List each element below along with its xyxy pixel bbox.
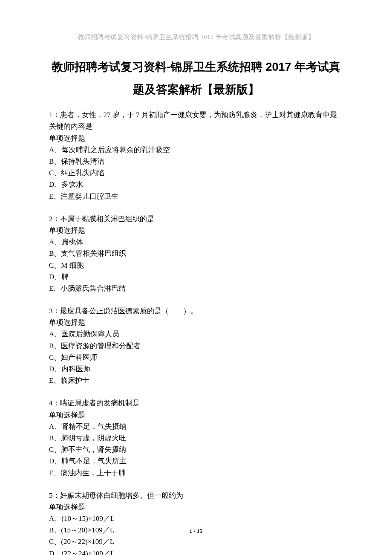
question-stem: 2：不属于黏膜相关淋巴组织的是: [49, 213, 343, 225]
option: C、肺不主气，肾失摄纳: [49, 444, 343, 455]
option: E、痰浊内生，上干于肺: [49, 467, 343, 479]
document-title: 教师招聘考试复习资料-锦屏卫生系统招聘 2017 年考试真 题及答案解析【最新版…: [49, 56, 343, 101]
option: D、脾: [49, 271, 343, 283]
option: B、支气管相关淋巴组织: [49, 248, 343, 259]
option: D、肺气不足，气失所主: [49, 455, 343, 467]
option: E、临床护士: [49, 375, 343, 386]
question-block: 4：喘证属虚者的发病机制是 单项选择题 A、肾精不足，气失摄纳 B、肺阴亏虚，阴…: [49, 397, 343, 478]
option: B、保持乳头清洁: [49, 156, 343, 167]
question-type: 单项选择题: [49, 317, 343, 328]
page-number: 1 / 15: [0, 528, 392, 535]
option: A、(10～15)×109／L: [49, 513, 343, 524]
option: A、每次哺乳之后应将剩余的乳汁吸空: [49, 144, 343, 156]
question-block: 1：患者，女性，27 岁，于 7 月初顺产一健康女婴，为预防乳腺炎，护士对其健康…: [49, 109, 343, 202]
option: A、肾精不足，气失摄纳: [49, 421, 343, 432]
option: C、纠正乳头内陷: [49, 167, 343, 179]
question-options: A、肾精不足，气失摄纳 B、肺阴亏虚，阴虚火旺 C、肺不主气，肾失摄纳 D、肺气…: [49, 421, 343, 479]
question-block: 5：妊娠末期母体白细胞增多。但一般约为 单项选择题 A、(10～15)×109／…: [49, 490, 343, 555]
option: C、(20～22)×109／L: [49, 536, 343, 547]
question-block: 2：不属于黏膜相关淋巴组织的是 单项选择题 A、扁桃体 B、支气管相关淋巴组织 …: [49, 213, 343, 294]
option: B、肺阴亏虚，阴虚火旺: [49, 432, 343, 444]
option: D、内科医师: [49, 363, 343, 375]
question-type: 单项选择题: [49, 133, 343, 144]
question-type: 单项选择题: [49, 501, 343, 513]
question-type: 单项选择题: [49, 225, 343, 236]
question-stem: 4：喘证属虚者的发病机制是: [49, 397, 343, 409]
option: B、医疗资源的管理和分配者: [49, 340, 343, 352]
running-header: 教师招聘考试复习资料-锦屏卫生系统招聘 2017 年考试真题及答案解析【最新版】: [49, 33, 343, 41]
question-options: A、扁桃体 B、支气管相关淋巴组织 C、M 细胞 D、脾 E、小肠派氏集合淋巴结: [49, 236, 343, 294]
option: A、扁桃体: [49, 236, 343, 248]
question-block: 3：最应具备公正廉洁医德素质的是（ ）。 单项选择题 A、医院后勤保障人员 B、…: [49, 305, 343, 386]
content-body: 1：患者，女性，27 岁，于 7 月初顺产一健康女婴，为预防乳腺炎，护士对其健康…: [49, 109, 343, 555]
option: A、医院后勤保障人员: [49, 328, 343, 340]
option: D、多饮水: [49, 179, 343, 190]
question-stem: 1：患者，女性，27 岁，于 7 月初顺产一健康女婴，为预防乳腺炎，护士对其健康…: [49, 109, 343, 132]
option: C、妇产科医师: [49, 352, 343, 363]
question-type: 单项选择题: [49, 409, 343, 421]
option: E、小肠派氏集合淋巴结: [49, 283, 343, 294]
question-options: A、医院后勤保障人员 B、医疗资源的管理和分配者 C、妇产科医师 D、内科医师 …: [49, 328, 343, 386]
question-stem: 3：最应具备公正廉洁医德素质的是（ ）。: [49, 305, 343, 317]
question-stem: 5：妊娠末期母体白细胞增多。但一般约为: [49, 490, 343, 501]
title-line-2: 题及答案解析【最新版】: [49, 78, 343, 101]
title-line-1: 教师招聘考试复习资料-锦屏卫生系统招聘 2017 年考试真: [49, 56, 343, 78]
option: E、注意婴儿口腔卫生: [49, 191, 343, 202]
option: D、(22～24)×109／L: [49, 548, 343, 555]
question-options: A、每次哺乳之后应将剩余的乳汁吸空 B、保持乳头清洁 C、纠正乳头内陷 D、多饮…: [49, 144, 343, 202]
option: C、M 细胞: [49, 260, 343, 271]
